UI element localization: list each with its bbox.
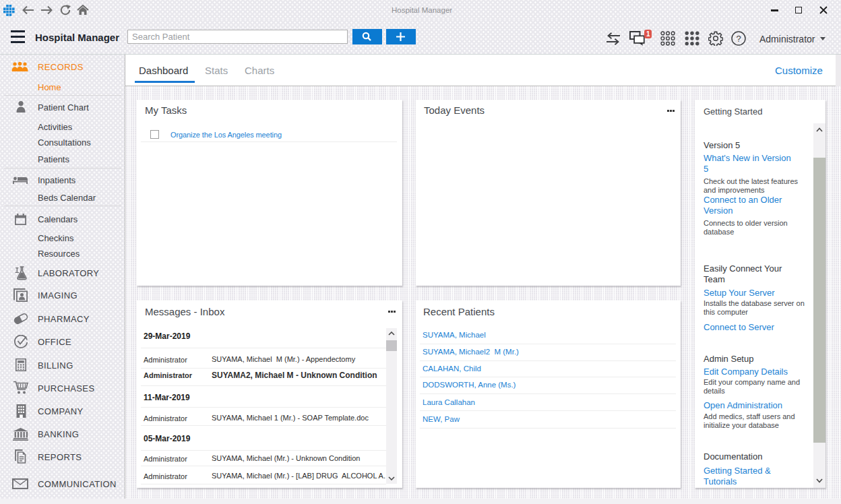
svg-text:?: ? [736,34,741,44]
